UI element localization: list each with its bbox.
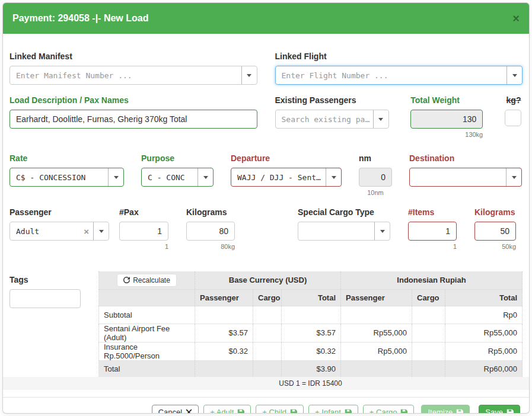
add-adult-button[interactable]: + Adult	[203, 405, 251, 414]
rate-select[interactable]: C$ - CONCESSION	[9, 168, 124, 187]
departure-group: Departure WAJJ / DJJ - Sent…	[231, 153, 342, 187]
idr-group-header: Indonesian Rupiah	[341, 271, 523, 289]
table-row: Subtotal Rp0	[99, 306, 523, 324]
linked-manifest-label: Linked Manifest	[9, 52, 257, 61]
clear-icon[interactable]: ×	[79, 222, 93, 240]
pax-kilograms-input[interactable]	[186, 222, 235, 241]
add-cargo-button[interactable]: + Cargo	[363, 405, 415, 414]
kg-toggle-label: kg?	[505, 95, 523, 105]
chevron-down-icon[interactable]	[241, 66, 257, 84]
purpose-label: Purpose	[141, 153, 214, 163]
cancel-label: Cancel	[158, 408, 182, 414]
chevron-down-icon[interactable]	[93, 222, 109, 240]
tags-label: Tags	[9, 275, 81, 284]
cell	[195, 306, 253, 324]
cell	[195, 360, 253, 377]
cargo-kilograms-input[interactable]	[474, 222, 516, 241]
table-row: Sentani Airport Fee (Adult) $3.57 $3.57 …	[99, 324, 523, 342]
items-group: #Items 1	[408, 207, 457, 250]
usd-group-header: Base Currency (USD)	[195, 271, 341, 289]
cell	[253, 342, 282, 360]
existing-passengers-select[interactable]: Search existing pa…	[275, 110, 389, 129]
itemize-button[interactable]: Itemize	[421, 405, 470, 414]
destination-label: Destination	[409, 153, 522, 163]
nm-label: nm	[359, 153, 392, 163]
items-input[interactable]	[408, 222, 457, 241]
total-weight-group: Total Weight 130kg	[410, 95, 483, 138]
chevron-down-icon[interactable]	[197, 168, 213, 186]
refresh-icon	[123, 277, 130, 283]
kg-checkbox[interactable]	[505, 110, 521, 126]
special-cargo-select[interactable]	[298, 222, 390, 241]
cell	[412, 324, 445, 342]
departure-label: Departure	[231, 153, 342, 163]
save-icon	[345, 409, 352, 414]
load-description-group: Load Description / Pax Names	[9, 95, 257, 138]
existing-passengers-placeholder: Search existing pa…	[276, 110, 373, 128]
cargo-kilograms-group: Kilograms 50kg	[474, 207, 516, 250]
load-description-input[interactable]	[9, 110, 257, 129]
chevron-down-icon[interactable]	[108, 168, 123, 186]
cargo-kilograms-helper: 50kg	[474, 243, 516, 250]
special-cargo-value	[298, 222, 374, 240]
recalculate-button[interactable]: Recalculate	[117, 274, 177, 287]
total-weight-helper: 130kg	[410, 131, 483, 138]
linked-manifest-group: Linked Manifest Enter Manifest Number ..…	[9, 52, 257, 85]
chevron-down-icon[interactable]	[506, 66, 522, 84]
save-icon	[290, 409, 297, 414]
destination-value	[410, 168, 506, 186]
cell: Rp55,000	[341, 324, 412, 342]
passenger-select[interactable]: Adult ×	[9, 222, 109, 241]
pax-helper: 1	[119, 243, 168, 250]
pax-kilograms-group: Kilograms 80kg	[186, 207, 235, 250]
departure-select[interactable]: WAJJ / DJJ - Sent…	[231, 168, 342, 187]
cell	[253, 360, 282, 377]
add-adult-label: + Adult	[210, 408, 234, 414]
passenger-group: Passenger Adult ×	[9, 207, 109, 241]
nm-group: nm 10nm	[359, 153, 392, 196]
cell	[412, 342, 445, 360]
save-icon	[506, 409, 514, 414]
cell	[412, 360, 445, 377]
pax-input[interactable]	[119, 222, 168, 241]
add-child-button[interactable]: + Child	[256, 405, 304, 414]
chevron-down-icon[interactable]	[326, 168, 341, 186]
add-cargo-label: + Cargo	[369, 408, 397, 414]
save-icon	[400, 409, 407, 414]
cancel-x-icon	[186, 409, 192, 414]
empty-subheader	[99, 289, 195, 306]
rate-value: C$ - CONCESSION	[10, 168, 108, 186]
modal-body: Linked Manifest Enter Manifest Number ..…	[3, 34, 529, 390]
cell	[253, 324, 282, 342]
total-weight-label: Total Weight	[410, 95, 483, 105]
purpose-select[interactable]: C - CONC	[141, 168, 214, 187]
linked-flight-select[interactable]: Enter Flight Number ...	[275, 66, 523, 85]
cell: Rp0	[445, 306, 523, 324]
items-label: #Items	[408, 207, 457, 217]
add-infant-button[interactable]: + Infant	[308, 405, 358, 414]
chevron-down-icon[interactable]	[374, 222, 390, 240]
close-icon[interactable]: ×	[512, 12, 520, 24]
cancel-button[interactable]: Cancel	[152, 405, 199, 414]
pax-kilograms-label: Kilograms	[186, 207, 235, 217]
destination-group: Destination	[409, 153, 522, 187]
pax-group: #Pax 1	[119, 207, 168, 250]
destination-select[interactable]	[409, 168, 522, 187]
payment-modal: Payment: 294058 -|- New Load × Linked Ma…	[2, 2, 530, 414]
cell	[341, 360, 412, 377]
pax-label: #Pax	[119, 207, 168, 217]
passenger-value: Adult	[10, 222, 79, 240]
cell: $0.32	[282, 342, 341, 360]
weight-row: Existing Passengers Search existing pa… …	[275, 95, 523, 138]
save-button[interactable]: Save	[479, 405, 520, 414]
add-infant-label: + Infant	[315, 408, 341, 414]
chevron-down-icon[interactable]	[506, 168, 521, 186]
col-header: Passenger	[341, 289, 412, 306]
chevron-down-icon[interactable]	[373, 110, 388, 128]
cargo-kilograms-label: Kilograms	[474, 207, 516, 217]
linked-manifest-select[interactable]: Enter Manifest Number ...	[9, 66, 257, 85]
purpose-group: Purpose C - CONC	[141, 153, 214, 187]
tags-input[interactable]	[9, 289, 81, 308]
itemize-label: Itemize	[428, 408, 453, 414]
save-icon	[456, 409, 463, 414]
